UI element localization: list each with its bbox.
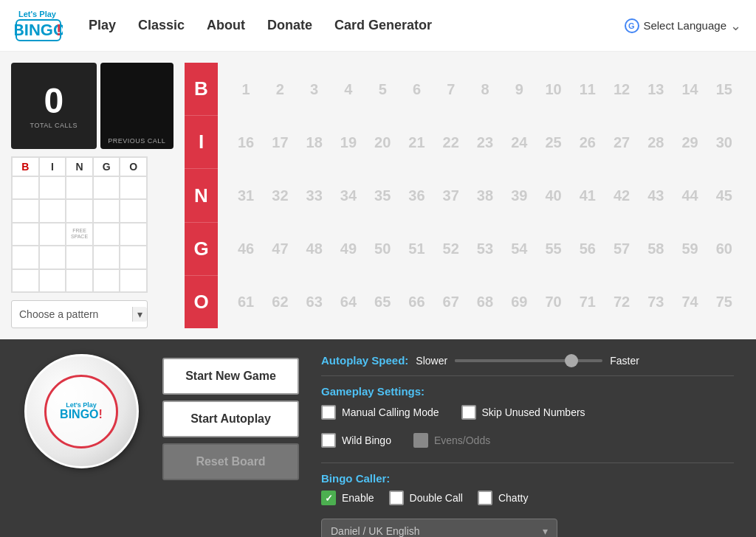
number-cell-31[interactable]: 31	[229, 169, 263, 222]
number-cell-36[interactable]: 36	[399, 169, 433, 222]
number-cell-34[interactable]: 34	[331, 169, 365, 222]
number-cell-23[interactable]: 23	[468, 116, 502, 169]
number-cell-13[interactable]: 13	[639, 63, 673, 116]
caller-enable-checkbox[interactable]	[321, 491, 336, 505]
number-cell-26[interactable]: 26	[571, 116, 605, 169]
number-cell-68[interactable]: 68	[468, 275, 502, 328]
number-cell-64[interactable]: 64	[331, 275, 365, 328]
number-cell-69[interactable]: 69	[502, 275, 536, 328]
reset-board-button[interactable]: Reset Board	[162, 443, 299, 480]
number-cell-21[interactable]: 21	[399, 116, 433, 169]
number-cell-59[interactable]: 59	[673, 222, 707, 275]
number-cell-47[interactable]: 47	[263, 222, 297, 275]
caller-double-call-checkbox[interactable]	[389, 491, 404, 505]
number-cell-46[interactable]: 46	[229, 222, 263, 275]
number-cell-7[interactable]: 7	[434, 63, 468, 116]
wild-bingo-checkbox[interactable]	[321, 433, 336, 448]
voice-selector[interactable]: Daniel / UK English ▾	[321, 519, 557, 537]
number-cell-25[interactable]: 25	[536, 116, 570, 169]
speed-slider-thumb[interactable]	[565, 354, 578, 367]
speed-slider-track[interactable]	[455, 359, 602, 362]
caller-enable-label: Enable	[342, 492, 374, 504]
number-cell-72[interactable]: 72	[605, 275, 639, 328]
number-cell-18[interactable]: 18	[298, 116, 331, 169]
number-cell-29[interactable]: 29	[673, 116, 707, 169]
language-selector[interactable]: G Select Language ⌄	[625, 18, 741, 34]
number-cell-3[interactable]: 3	[298, 63, 331, 116]
number-cell-1[interactable]: 1	[229, 63, 263, 116]
number-cell-20[interactable]: 20	[365, 116, 399, 169]
card-cell	[12, 246, 39, 268]
number-cell-48[interactable]: 48	[298, 222, 331, 275]
number-cell-71[interactable]: 71	[571, 275, 605, 328]
number-cell-2[interactable]: 2	[263, 63, 297, 116]
number-cell-67[interactable]: 67	[434, 275, 468, 328]
card-cell	[93, 269, 120, 292]
number-cell-70[interactable]: 70	[536, 275, 570, 328]
number-cell-4[interactable]: 4	[331, 63, 365, 116]
number-grid: 1234567891011121314151617181920212223242…	[229, 63, 741, 328]
number-cell-57[interactable]: 57	[605, 222, 639, 275]
number-cell-55[interactable]: 55	[536, 222, 570, 275]
number-cell-24[interactable]: 24	[502, 116, 536, 169]
number-cell-12[interactable]: 12	[605, 63, 639, 116]
number-cell-45[interactable]: 45	[707, 169, 741, 222]
number-cell-19[interactable]: 19	[331, 116, 365, 169]
number-cell-5[interactable]: 5	[365, 63, 399, 116]
number-cell-22[interactable]: 22	[434, 116, 468, 169]
number-cell-75[interactable]: 75	[707, 275, 741, 328]
evens-odds-checkbox[interactable]	[413, 433, 428, 448]
number-cell-14[interactable]: 14	[673, 63, 707, 116]
number-cell-32[interactable]: 32	[263, 169, 297, 222]
number-cell-17[interactable]: 17	[263, 116, 297, 169]
logo[interactable]: Let's Play BINGO !	[15, 5, 66, 46]
number-cell-16[interactable]: 16	[229, 116, 263, 169]
number-cell-53[interactable]: 53	[468, 222, 502, 275]
number-cell-6[interactable]: 6	[399, 63, 433, 116]
number-cell-38[interactable]: 38	[468, 169, 502, 222]
number-cell-44[interactable]: 44	[673, 169, 707, 222]
nav-classic[interactable]: Classic	[138, 18, 185, 33]
pattern-dropdown[interactable]: Choose a pattern ▾	[11, 300, 148, 328]
number-cell-73[interactable]: 73	[639, 275, 673, 328]
number-cell-42[interactable]: 42	[605, 169, 639, 222]
number-cell-65[interactable]: 65	[365, 275, 399, 328]
number-cell-41[interactable]: 41	[571, 169, 605, 222]
skip-unused-checkbox[interactable]	[461, 405, 476, 420]
number-cell-40[interactable]: 40	[536, 169, 570, 222]
number-cell-30[interactable]: 30	[707, 116, 741, 169]
nav-play[interactable]: Play	[89, 18, 116, 33]
number-cell-35[interactable]: 35	[365, 169, 399, 222]
number-cell-63[interactable]: 63	[298, 275, 331, 328]
number-cell-11[interactable]: 11	[571, 63, 605, 116]
number-cell-33[interactable]: 33	[298, 169, 331, 222]
number-cell-39[interactable]: 39	[502, 169, 536, 222]
caller-chatty-checkbox[interactable]	[478, 491, 492, 505]
manual-calling-checkbox[interactable]	[321, 405, 336, 420]
number-cell-49[interactable]: 49	[331, 222, 365, 275]
nav-card-generator[interactable]: Card Generator	[334, 18, 432, 33]
number-cell-56[interactable]: 56	[571, 222, 605, 275]
nav-about[interactable]: About	[207, 18, 245, 33]
number-cell-43[interactable]: 43	[639, 169, 673, 222]
number-cell-15[interactable]: 15	[707, 63, 741, 116]
number-cell-62[interactable]: 62	[263, 275, 297, 328]
start-new-game-button[interactable]: Start New Game	[162, 358, 299, 395]
number-cell-51[interactable]: 51	[399, 222, 433, 275]
number-cell-61[interactable]: 61	[229, 275, 263, 328]
number-cell-8[interactable]: 8	[468, 63, 502, 116]
number-cell-66[interactable]: 66	[399, 275, 433, 328]
number-cell-58[interactable]: 58	[639, 222, 673, 275]
number-cell-37[interactable]: 37	[434, 169, 468, 222]
number-cell-27[interactable]: 27	[605, 116, 639, 169]
number-cell-60[interactable]: 60	[707, 222, 741, 275]
number-cell-10[interactable]: 10	[536, 63, 570, 116]
number-cell-28[interactable]: 28	[639, 116, 673, 169]
number-cell-52[interactable]: 52	[434, 222, 468, 275]
nav-donate[interactable]: Donate	[267, 18, 312, 33]
start-autoplay-button[interactable]: Start Autoplay	[162, 401, 299, 437]
number-cell-74[interactable]: 74	[673, 275, 707, 328]
number-cell-50[interactable]: 50	[365, 222, 399, 275]
number-cell-9[interactable]: 9	[502, 63, 536, 116]
number-cell-54[interactable]: 54	[502, 222, 536, 275]
